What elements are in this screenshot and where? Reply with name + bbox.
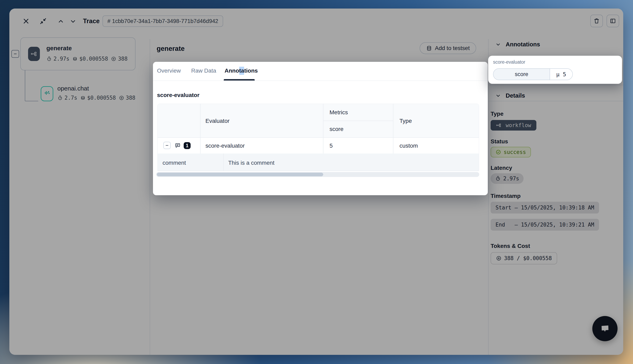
span-detail-panel: Overview Raw Data Annotations score-eval… (153, 62, 488, 195)
score-metric-button[interactable]: score (494, 69, 550, 80)
header-bottom-divider (158, 137, 479, 138)
active-tab-indicator (224, 79, 255, 80)
table-bottom-divider (158, 170, 479, 171)
metrics-subheader-divider (323, 120, 393, 121)
cell-evaluator: score-evaluator (206, 142, 245, 149)
comment-subrow (158, 154, 479, 171)
column-divider (200, 104, 200, 154)
horizontal-scrollbar[interactable] (156, 172, 479, 177)
cell-type: custom (400, 142, 418, 149)
scrollbar-thumb[interactable] (157, 173, 323, 176)
evaluator-section-title: score-evaluator (157, 92, 200, 98)
comment-value: This is a comment (228, 160, 274, 166)
trace-sheet: Trace # 1cbb70e7-34a1-7bb7-3498-771b7d46… (9, 8, 623, 355)
cell-score: 5 (330, 142, 333, 149)
tab-overview[interactable]: Overview (157, 68, 181, 74)
column-divider (223, 154, 224, 171)
comment-count-badge[interactable]: 1 (184, 142, 190, 149)
annotation-evaluator-label: score-evaluator (493, 60, 526, 65)
tab-raw-data[interactable]: Raw Data (191, 68, 216, 74)
collapse-row-button[interactable] (163, 142, 171, 149)
score-control: score µ 5 (493, 68, 573, 80)
tab-annotations[interactable]: Annotations (224, 68, 258, 74)
col-header-metrics: Metrics (330, 109, 348, 116)
col-header-score: score (330, 126, 343, 132)
annotations-table: Evaluator Metrics score Type 1 score-eva… (158, 104, 479, 171)
column-divider (323, 104, 324, 154)
tabs-divider (153, 80, 488, 81)
annotation-editor-card: score-evaluator score µ 5 (488, 56, 622, 84)
score-mean-value: µ 5 (550, 69, 572, 80)
col-header-evaluator: Evaluator (206, 118, 230, 124)
column-divider (393, 104, 394, 154)
comment-key: comment (162, 160, 186, 166)
col-header-type: Type (400, 118, 412, 124)
comment-icon[interactable] (174, 142, 181, 149)
